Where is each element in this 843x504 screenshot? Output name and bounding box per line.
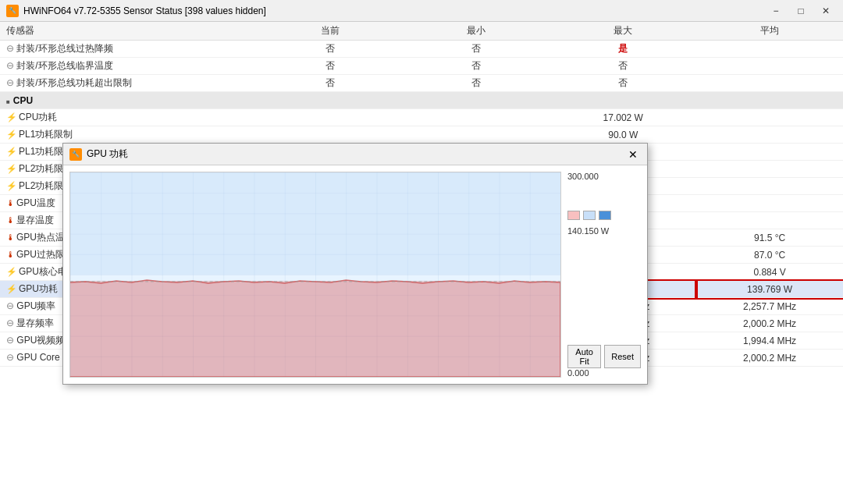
header-min: 最小 xyxy=(404,22,550,41)
current-value-cell xyxy=(257,126,404,144)
avg-value-cell xyxy=(696,75,843,92)
avg-value-cell: 0.884 V xyxy=(696,264,843,281)
dialog-body: 300.000 140.150 W Auto Fit Reset 0.000 xyxy=(63,165,647,384)
table-row[interactable]: ■CPU xyxy=(0,92,843,109)
chart-legend xyxy=(567,211,641,220)
legend-light-blue xyxy=(583,211,596,220)
max-value-cell: 是 xyxy=(550,41,696,58)
avg-value-cell: 2,000.2 MHz xyxy=(696,350,843,367)
min-value-cell xyxy=(404,126,550,144)
current-value-cell xyxy=(257,109,404,126)
min-value-cell xyxy=(404,109,550,126)
max-value-cell: 90.0 W xyxy=(550,126,696,144)
dialog-titlebar-left: 🔧 GPU 功耗 xyxy=(69,147,128,161)
title-bar-controls: − □ ✕ xyxy=(765,3,837,19)
avg-value-cell: 1,994.4 MHz xyxy=(696,332,843,350)
close-button[interactable]: ✕ xyxy=(815,3,837,19)
avg-value-cell: 87.0 °C xyxy=(696,247,843,264)
table-row[interactable]: ⊖ 封装/环形总线临界温度否否否 xyxy=(0,58,843,75)
window-title: HWiNFO64 v7.72-5355 Sensor Status [398 v… xyxy=(23,5,266,16)
avg-value-cell xyxy=(696,212,843,229)
min-value-cell: 否 xyxy=(404,41,550,58)
avg-value-cell xyxy=(696,144,843,161)
max-value-cell: 否 xyxy=(550,58,696,75)
avg-value-cell: 2,257.7 MHz xyxy=(696,298,843,315)
svg-rect-1 xyxy=(70,172,560,275)
dialog-icon: 🔧 xyxy=(69,148,82,161)
dialog-titlebar: 🔧 GPU 功耗 ✕ xyxy=(63,144,647,165)
avg-value-cell xyxy=(696,178,843,195)
avg-value-cell xyxy=(696,58,843,75)
table-row[interactable]: ⚡CPU功耗17.002 W xyxy=(0,109,843,126)
dialog-title: GPU 功耗 xyxy=(87,147,128,161)
chart-area xyxy=(69,172,561,378)
min-value-cell: 否 xyxy=(404,75,550,92)
chart-current-label: 140.150 W xyxy=(567,226,641,236)
sensor-name-cell: ⊖ 封装/环形总线临界温度 xyxy=(0,58,257,75)
header-current: 当前 xyxy=(257,22,404,41)
table-row[interactable]: ⊖ 封装/环形总线功耗超出限制否否否 xyxy=(0,75,843,92)
avg-value-cell xyxy=(696,109,843,126)
autofit-button[interactable]: Auto Fit xyxy=(567,345,601,368)
sensor-name-cell: ⊖ 封装/环形总线功耗超出限制 xyxy=(0,75,257,92)
chart-zero-label: 0.000 xyxy=(567,368,641,378)
avg-value-cell xyxy=(696,195,843,212)
sensor-name-cell: ⚡PL1功耗限制 xyxy=(0,126,257,144)
maximize-button[interactable]: □ xyxy=(790,3,812,19)
reset-button[interactable]: Reset xyxy=(604,345,641,368)
legend-pink xyxy=(567,211,580,220)
chart-svg xyxy=(70,172,560,377)
chart-buttons: Auto Fit Reset xyxy=(567,345,641,368)
title-bar: 🔧 HWiNFO64 v7.72-5355 Sensor Status [398… xyxy=(0,0,843,22)
header-max: 最大 xyxy=(550,22,696,41)
title-bar-left: 🔧 HWiNFO64 v7.72-5355 Sensor Status [398… xyxy=(6,5,266,17)
minimize-button[interactable]: − xyxy=(765,3,787,19)
main-content: 传感器 当前 最小 最大 平均 ⊖ 封装/环形总线过热降频否否是⊖ 封装/环形总… xyxy=(0,22,843,504)
chart-right-panel: 300.000 140.150 W Auto Fit Reset 0.000 xyxy=(561,165,647,384)
avg-value-cell: 139.769 W xyxy=(696,281,843,298)
avg-value-cell: 91.5 °C xyxy=(696,229,843,247)
section-header-cell: ■CPU xyxy=(0,92,843,109)
current-value-cell: 否 xyxy=(257,75,404,92)
gpu-power-dialog: 🔧 GPU 功耗 ✕ xyxy=(62,143,648,385)
app-icon: 🔧 xyxy=(6,5,19,17)
max-value-cell: 17.002 W xyxy=(550,109,696,126)
avg-value-cell: 2,000.2 MHz xyxy=(696,315,843,332)
header-avg: 平均 xyxy=(696,22,843,41)
sensor-name-cell: ⚡CPU功耗 xyxy=(0,109,257,126)
chart-bottom-controls: Auto Fit Reset 0.000 xyxy=(567,345,641,378)
legend-blue xyxy=(599,211,611,220)
dialog-close-button[interactable]: ✕ xyxy=(625,147,641,162)
header-sensor: 传感器 xyxy=(0,22,257,41)
avg-value-cell xyxy=(696,161,843,178)
max-value-cell: 否 xyxy=(550,75,696,92)
current-value-cell: 否 xyxy=(257,41,404,58)
avg-value-cell xyxy=(696,126,843,144)
current-value-cell: 否 xyxy=(257,58,404,75)
table-row[interactable]: ⊖ 封装/环形总线过热降频否否是 xyxy=(0,41,843,58)
sensor-name-cell: ⊖ 封装/环形总线过热降频 xyxy=(0,41,257,58)
min-value-cell: 否 xyxy=(404,58,550,75)
avg-value-cell xyxy=(696,41,843,58)
chart-max-label: 300.000 xyxy=(567,172,641,181)
table-row[interactable]: ⚡PL1功耗限制90.0 W xyxy=(0,126,843,144)
